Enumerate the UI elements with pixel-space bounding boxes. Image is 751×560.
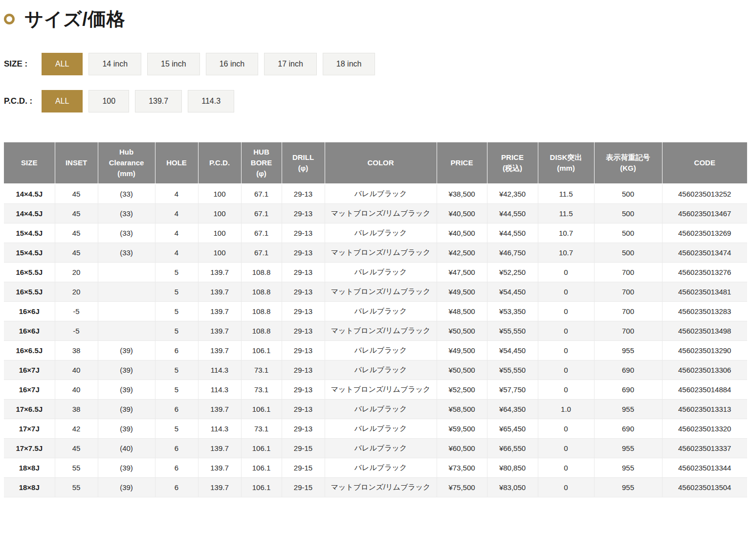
table-row: 18×8J55(39)6139.7106.129-15バレルブラック¥73,50… bbox=[4, 458, 747, 477]
cell-color: バレルブラック bbox=[325, 438, 437, 458]
cell-size: 15×4.5J bbox=[4, 243, 55, 262]
cell-size: 16×6.5J bbox=[4, 340, 55, 360]
cell-pcd: 139.7 bbox=[198, 458, 241, 477]
cell-color: バレルブラック bbox=[325, 419, 437, 438]
cell-drill: 29-13 bbox=[282, 419, 325, 438]
cell-inset: 55 bbox=[55, 477, 98, 497]
size-filter-15-inch[interactable]: 15 inch bbox=[147, 53, 200, 75]
table-row: 17×7J42(39)5114.373.129-13バレルブラック¥59,500… bbox=[4, 419, 747, 438]
table-row: 16×5.5J205139.7108.829-13マットブロンズ/リムブラック¥… bbox=[4, 282, 747, 301]
cell-price: ¥47,500 bbox=[437, 262, 487, 282]
cell-hole: 5 bbox=[155, 380, 198, 399]
page: サイズ/価格 SIZE : ALL14 inch15 inch16 inch17… bbox=[0, 0, 751, 501]
cell-inset: 55 bbox=[55, 458, 98, 477]
cell-color: バレルブラック bbox=[325, 458, 437, 477]
cell-size: 14×4.5J bbox=[4, 203, 55, 223]
cell-load-index: 700 bbox=[594, 282, 662, 301]
cell-load-index: 700 bbox=[594, 301, 662, 321]
cell-load-index: 955 bbox=[594, 477, 662, 497]
cell-disk-protrusion: 0 bbox=[538, 419, 594, 438]
table-row: 16×5.5J205139.7108.829-13バレルブラック¥47,500¥… bbox=[4, 262, 747, 282]
cell-pcd: 100 bbox=[198, 223, 241, 243]
cell-pcd: 139.7 bbox=[198, 399, 241, 419]
cell-price-tax: ¥42,350 bbox=[487, 184, 538, 203]
cell-hub-clearance: (39) bbox=[98, 380, 155, 399]
cell-pcd: 139.7 bbox=[198, 438, 241, 458]
cell-color: バレルブラック bbox=[325, 399, 437, 419]
size-filter-18-inch[interactable]: 18 inch bbox=[323, 53, 376, 75]
column-header-size: SIZE bbox=[4, 142, 55, 184]
cell-pcd: 139.7 bbox=[198, 262, 241, 282]
cell-inset: 38 bbox=[55, 340, 98, 360]
cell-disk-protrusion: 0 bbox=[538, 321, 594, 340]
size-filter-14-inch[interactable]: 14 inch bbox=[88, 53, 141, 75]
pcd-filter-139-7[interactable]: 139.7 bbox=[135, 90, 182, 112]
cell-code: 4560235013306 bbox=[662, 360, 747, 380]
cell-hub-clearance bbox=[98, 262, 155, 282]
cell-hub-bore: 67.1 bbox=[241, 223, 282, 243]
pcd-filter-100[interactable]: 100 bbox=[88, 90, 129, 112]
cell-price-tax: ¥53,350 bbox=[487, 301, 538, 321]
cell-price: ¥52,500 bbox=[437, 380, 487, 399]
cell-price: ¥60,500 bbox=[437, 438, 487, 458]
cell-disk-protrusion: 0 bbox=[538, 438, 594, 458]
size-filter-17-inch[interactable]: 17 inch bbox=[264, 53, 317, 75]
cell-disk-protrusion: 11.5 bbox=[538, 184, 594, 203]
cell-price-tax: ¥65,450 bbox=[487, 419, 538, 438]
cell-color: バレルブラック bbox=[325, 360, 437, 380]
cell-drill: 29-13 bbox=[282, 399, 325, 419]
cell-size: 17×7.5J bbox=[4, 438, 55, 458]
cell-hub-bore: 108.8 bbox=[241, 301, 282, 321]
size-filter-16-inch[interactable]: 16 inch bbox=[206, 53, 259, 75]
cell-disk-protrusion: 0 bbox=[538, 340, 594, 360]
table-row: 16×6J-55139.7108.829-13バレルブラック¥48,500¥53… bbox=[4, 301, 747, 321]
cell-hub-clearance: (33) bbox=[98, 203, 155, 223]
cell-price-tax: ¥55,550 bbox=[487, 321, 538, 340]
cell-inset: -5 bbox=[55, 321, 98, 340]
cell-size: 17×6.5J bbox=[4, 399, 55, 419]
pcd-filter-all[interactable]: ALL bbox=[42, 90, 83, 112]
cell-color: バレルブラック bbox=[325, 184, 437, 203]
cell-drill: 29-15 bbox=[282, 458, 325, 477]
table-header-row: SIZEINSETHub Clearance (mm)HOLEP.C.D.HUB… bbox=[4, 142, 747, 184]
cell-price: ¥38,500 bbox=[437, 184, 487, 203]
cell-price: ¥49,500 bbox=[437, 282, 487, 301]
cell-load-index: 700 bbox=[594, 321, 662, 340]
cell-pcd: 100 bbox=[198, 243, 241, 262]
cell-hole: 4 bbox=[155, 184, 198, 203]
cell-code: 4560235013320 bbox=[662, 419, 747, 438]
column-header-pcd: P.C.D. bbox=[198, 142, 241, 184]
cell-disk-protrusion: 0 bbox=[538, 360, 594, 380]
cell-disk-protrusion: 0 bbox=[538, 301, 594, 321]
cell-price: ¥50,500 bbox=[437, 321, 487, 340]
cell-disk-protrusion: 0 bbox=[538, 477, 594, 497]
cell-size: 16×7J bbox=[4, 360, 55, 380]
table-row: 16×7J40(39)5114.373.129-13マットブロンズ/リムブラック… bbox=[4, 380, 747, 399]
cell-size: 16×6J bbox=[4, 321, 55, 340]
size-filter-all[interactable]: ALL bbox=[42, 53, 83, 75]
column-header-price-tax: PRICE (税込) bbox=[487, 142, 538, 184]
cell-hole: 4 bbox=[155, 243, 198, 262]
section-header: サイズ/価格 bbox=[4, 7, 747, 31]
cell-hub-clearance bbox=[98, 321, 155, 340]
cell-color: マットブロンズ/リムブラック bbox=[325, 477, 437, 497]
size-filter-label: SIZE : bbox=[4, 59, 42, 69]
cell-load-index: 955 bbox=[594, 399, 662, 419]
cell-hub-clearance: (40) bbox=[98, 438, 155, 458]
cell-pcd: 114.3 bbox=[198, 380, 241, 399]
table-row: 15×4.5J45(33)410067.129-13バレルブラック¥40,500… bbox=[4, 223, 747, 243]
cell-inset: 45 bbox=[55, 223, 98, 243]
cell-price: ¥48,500 bbox=[437, 301, 487, 321]
column-header-inset: INSET bbox=[55, 142, 98, 184]
cell-load-index: 955 bbox=[594, 438, 662, 458]
pcd-filter-114-3[interactable]: 114.3 bbox=[188, 90, 234, 112]
cell-disk-protrusion: 11.5 bbox=[538, 203, 594, 223]
cell-color: バレルブラック bbox=[325, 340, 437, 360]
table-row: 17×6.5J38(39)6139.7106.129-13バレルブラック¥58,… bbox=[4, 399, 747, 419]
size-price-table: SIZEINSETHub Clearance (mm)HOLEP.C.D.HUB… bbox=[4, 142, 747, 497]
cell-hole: 6 bbox=[155, 340, 198, 360]
cell-disk-protrusion: 1.0 bbox=[538, 399, 594, 419]
cell-color: マットブロンズ/リムブラック bbox=[325, 321, 437, 340]
cell-hole: 6 bbox=[155, 399, 198, 419]
cell-code: 4560235013269 bbox=[662, 223, 747, 243]
